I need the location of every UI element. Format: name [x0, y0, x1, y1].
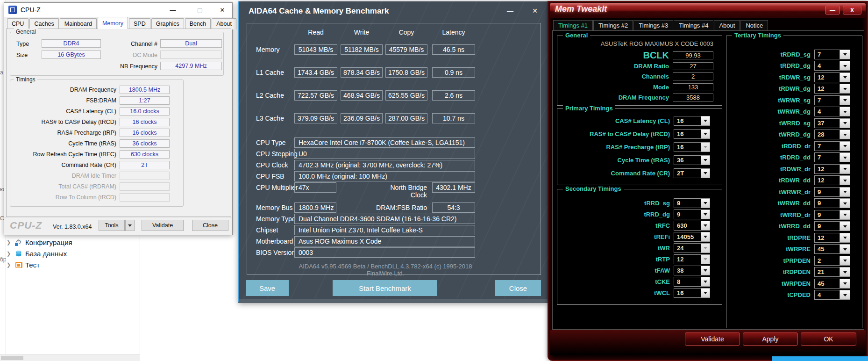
tools-button[interactable]: Tools: [99, 220, 125, 231]
combo-trp[interactable]: 16: [674, 142, 710, 152]
dropdown-arrow-icon[interactable]: [840, 244, 850, 254]
combo-tcke[interactable]: 8: [674, 277, 710, 287]
combo-twcl[interactable]: 16: [674, 288, 710, 298]
combo-tprpden[interactable]: 2: [814, 256, 850, 266]
combo-trdwr-dr[interactable]: 12: [814, 164, 850, 174]
dropdown-arrow-icon[interactable]: [840, 164, 850, 174]
dropdown-arrow-icon[interactable]: [701, 129, 710, 139]
dropdown-arrow-icon[interactable]: [840, 175, 850, 185]
combo-trdpre[interactable]: 12: [814, 233, 850, 243]
dropdown-arrow-icon[interactable]: [840, 210, 850, 220]
dropdown-arrow-icon[interactable]: [701, 168, 710, 178]
tree-item-database[interactable]: База данных: [7, 249, 67, 258]
combo-trdrd-dg[interactable]: 4: [814, 61, 850, 71]
combo-trfc[interactable]: 630: [674, 221, 710, 231]
close-button[interactable]: Close: [192, 220, 228, 231]
combo-command-rate[interactable]: 2T: [674, 168, 710, 178]
dropdown-arrow-icon[interactable]: [840, 198, 850, 208]
close-button[interactable]: ✕: [528, 5, 542, 16]
dropdown-arrow-icon[interactable]: [701, 209, 710, 219]
tab-timings-3[interactable]: Timings #3: [633, 20, 673, 31]
dropdown-arrow-icon[interactable]: [701, 277, 710, 287]
dropdown-arrow-icon[interactable]: [701, 221, 710, 231]
dropdown-arrow-icon[interactable]: [840, 118, 850, 128]
combo-trdpden[interactable]: 21: [814, 267, 850, 277]
dropdown-arrow-icon[interactable]: [701, 266, 710, 275]
minimize-button[interactable]: —: [825, 6, 840, 14]
dropdown-arrow-icon[interactable]: [840, 141, 850, 151]
combo-cas-latency[interactable]: 16: [674, 116, 710, 126]
dropdown-arrow-icon[interactable]: [840, 130, 850, 139]
dropdown-arrow-icon[interactable]: [840, 221, 850, 231]
combo-trdrd-dd[interactable]: 7: [814, 152, 850, 162]
tab-timings-2[interactable]: Timings #2: [593, 20, 633, 31]
tab-cpu[interactable]: CPU: [7, 18, 28, 29]
tab-bench[interactable]: Bench: [185, 18, 211, 29]
tab-spd[interactable]: SPD: [129, 18, 150, 29]
combo-twr[interactable]: 24: [674, 243, 710, 253]
dropdown-arrow-icon[interactable]: [840, 50, 850, 59]
close-button[interactable]: ✕: [213, 3, 232, 17]
tab-timings-1[interactable]: Timings #1: [553, 20, 593, 31]
combo-tcpded[interactable]: 4: [814, 290, 850, 300]
combo-trcd[interactable]: 16: [674, 129, 710, 139]
dropdown-arrow-icon[interactable]: [840, 61, 850, 71]
minimize-button[interactable]: —: [503, 5, 517, 16]
dropdown-arrow-icon[interactable]: [840, 290, 850, 300]
ok-button[interactable]: OK: [801, 332, 856, 346]
close-button[interactable]: X: [843, 6, 861, 14]
dropdown-arrow-icon[interactable]: [840, 256, 850, 266]
scrollbar-thumb[interactable]: [1, 356, 23, 360]
close-button[interactable]: Close: [495, 280, 541, 296]
combo-twrwr-sg[interactable]: 7: [814, 95, 850, 105]
dropdown-arrow-icon[interactable]: [701, 288, 710, 298]
combo-tfaw[interactable]: 38: [674, 266, 710, 275]
minimize-button[interactable]: —: [163, 3, 183, 17]
expand-chevron-icon[interactable]: [7, 262, 12, 268]
combo-twrrd-dg[interactable]: 28: [814, 130, 850, 139]
tree-item-test[interactable]: Тест: [7, 260, 40, 269]
tab-about[interactable]: About: [212, 18, 236, 29]
combo-twrrd-sg[interactable]: 37: [814, 118, 850, 128]
dropdown-arrow-icon[interactable]: [840, 107, 850, 116]
combo-trdwr-dg[interactable]: 12: [814, 84, 850, 94]
horizontal-scrollbar[interactable]: [0, 354, 140, 361]
tab-about[interactable]: About: [714, 20, 740, 31]
combo-trdwr-dd[interactable]: 12: [814, 175, 850, 185]
apply-button[interactable]: Apply: [743, 332, 798, 346]
dropdown-arrow-icon[interactable]: [840, 84, 850, 94]
combo-twrpre[interactable]: 45: [814, 244, 850, 254]
tab-memory[interactable]: Memory: [98, 17, 128, 29]
combo-twrrd-dd[interactable]: 9: [814, 221, 850, 231]
dropdown-arrow-icon[interactable]: [840, 72, 850, 82]
combo-trtp[interactable]: 12: [674, 254, 710, 264]
dropdown-arrow-icon[interactable]: [701, 155, 710, 165]
combo-twrrd-dr[interactable]: 9: [814, 210, 850, 220]
tab-notice[interactable]: Notice: [740, 20, 768, 31]
tab-mainboard[interactable]: Mainboard: [60, 18, 97, 29]
combo-twrwr-dg[interactable]: 4: [814, 107, 850, 116]
tab-caches[interactable]: Caches: [29, 18, 58, 29]
combo-twrwr-dr[interactable]: 9: [814, 187, 850, 197]
combo-trdrd-sg[interactable]: 7: [814, 50, 850, 59]
combo-twrwr-dd[interactable]: 9: [814, 198, 850, 208]
combo-trdwr-sg[interactable]: 12: [814, 72, 850, 82]
dropdown-arrow-icon[interactable]: [840, 279, 850, 289]
expand-chevron-icon[interactable]: [7, 239, 12, 245]
expand-chevron-icon[interactable]: [7, 251, 12, 257]
combo-twrpden[interactable]: 45: [814, 279, 850, 289]
tab-graphics[interactable]: Graphics: [151, 18, 184, 29]
dropdown-arrow-icon[interactable]: [840, 233, 850, 243]
combo-trdrd-dr[interactable]: 7: [814, 141, 850, 151]
dropdown-arrow-icon[interactable]: [840, 95, 850, 105]
dropdown-arrow-icon[interactable]: [701, 116, 710, 126]
combo-trrd-dg[interactable]: 9: [674, 209, 710, 219]
combo-tras[interactable]: 36: [674, 155, 710, 165]
dropdown-arrow-icon[interactable]: [840, 152, 850, 162]
save-button[interactable]: Save: [246, 280, 289, 296]
tab-timings-4[interactable]: Timings #4: [674, 20, 713, 31]
validate-button[interactable]: Validate: [142, 220, 184, 231]
tree-item-configuration[interactable]: ⚙ Конфигурация: [7, 238, 72, 247]
dropdown-arrow-icon[interactable]: [701, 198, 710, 208]
dropdown-arrow-icon[interactable]: [840, 187, 850, 197]
